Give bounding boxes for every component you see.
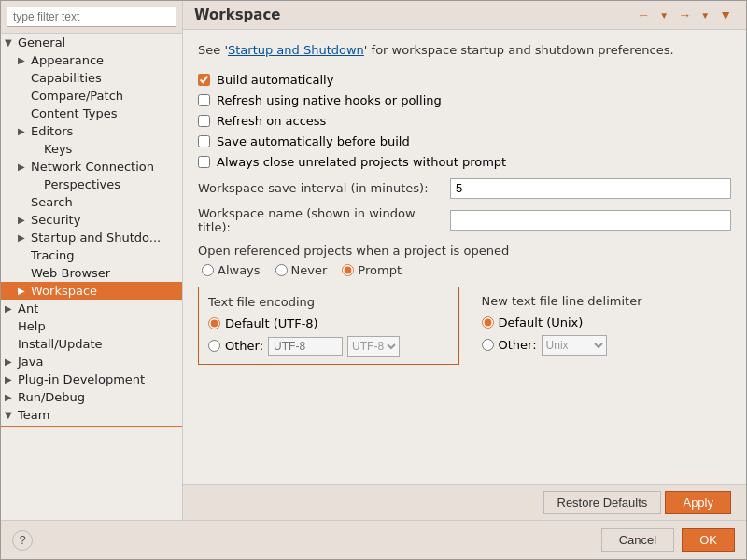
default-unix-radio[interactable] xyxy=(482,316,494,329)
back-button[interactable]: ← xyxy=(634,7,653,23)
dropdown-fwd-button[interactable]: ▼ xyxy=(698,9,712,21)
help-button[interactable]: ? xyxy=(12,530,33,551)
default-utf8-row: Default (UTF-8) xyxy=(208,316,449,330)
sidebar-item-install-update[interactable]: Install/Update xyxy=(1,335,182,353)
nav-buttons: ← ▼ → ▼ ▼ xyxy=(634,7,735,23)
encoding-select[interactable]: UTF-8 xyxy=(347,336,400,357)
close-unrelated-checkbox[interactable] xyxy=(198,156,210,168)
arrow-icon: ▼ xyxy=(5,410,18,420)
footer-right-buttons: Cancel OK xyxy=(601,528,735,552)
arrow-icon: ▶ xyxy=(18,215,31,225)
checkbox-refresh-access: Refresh on access xyxy=(198,114,731,128)
always-radio-label[interactable]: Always xyxy=(202,263,261,277)
preferences-dialog: ▼ General ▶ Appearance Capabilities Comp… xyxy=(0,0,747,560)
menu-button[interactable]: ▼ xyxy=(716,7,735,23)
startup-shutdown-link[interactable]: Startup and Shutdown xyxy=(228,43,364,57)
sidebar-item-label: Content Types xyxy=(31,106,178,120)
sidebar-item-keys[interactable]: Keys xyxy=(1,140,182,158)
apply-button[interactable]: Apply xyxy=(665,491,731,514)
sidebar-item-network-connection[interactable]: ▶ Network Connection xyxy=(1,158,182,175)
sidebar-item-web-browser[interactable]: Web Browser xyxy=(1,264,182,282)
arrow-icon: ▶ xyxy=(18,55,31,65)
forward-button[interactable]: → xyxy=(675,7,694,23)
restore-defaults-button[interactable]: Restore Defaults xyxy=(543,491,662,514)
filter-input[interactable] xyxy=(7,7,176,27)
arrow-icon: ▶ xyxy=(5,357,18,367)
other-line-delim-radio[interactable] xyxy=(482,339,494,351)
text-file-encoding-box: Text file encoding Default (UTF-8) Other… xyxy=(198,287,459,365)
sidebar-item-label: Ant xyxy=(18,301,178,315)
sidebar-item-label: Appearance xyxy=(31,53,178,67)
sidebar-item-label: Perspectives xyxy=(44,177,178,191)
never-radio-label[interactable]: Never xyxy=(275,263,328,277)
save-before-build-checkbox[interactable] xyxy=(198,135,210,147)
panel-body: See 'Startup and Shutdown' for workspace… xyxy=(183,30,746,484)
default-unix-row: Default (Unix) xyxy=(482,315,723,329)
refresh-native-checkbox[interactable] xyxy=(198,94,210,106)
default-utf8-radio[interactable] xyxy=(208,317,220,329)
sidebar-item-search[interactable]: Search xyxy=(1,193,182,211)
prompt-radio[interactable] xyxy=(342,264,354,276)
sidebar-item-java[interactable]: ▶ Java xyxy=(1,353,182,371)
other-line-delim-row: Other: Unix Windows Mac xyxy=(482,335,723,356)
sidebar-item-label: Run/Debug xyxy=(18,390,178,404)
sidebar-item-help[interactable]: Help xyxy=(1,317,182,335)
tree-container: ▼ General ▶ Appearance Capabilities Comp… xyxy=(1,34,182,520)
line-delimiter-box: New text file line delimiter Default (Un… xyxy=(472,287,732,365)
filter-wrap xyxy=(1,1,182,34)
sidebar-item-team[interactable]: ▼ Team xyxy=(1,406,182,424)
sidebar-item-workspace[interactable]: ▶ Workspace xyxy=(1,282,182,300)
other-encoding-radio[interactable] xyxy=(208,340,220,352)
always-radio[interactable] xyxy=(202,264,214,276)
right-panel: Workspace ← ▼ → ▼ ▼ See 'Startup and Shu… xyxy=(183,1,746,520)
dialog-footer: ? Cancel OK xyxy=(1,520,746,559)
refresh-access-checkbox[interactable] xyxy=(198,115,210,127)
refresh-native-label: Refresh using native hooks or polling xyxy=(217,93,442,107)
other-encoding-label: Other: xyxy=(225,339,263,353)
sidebar-item-label: Editors xyxy=(31,124,178,138)
other-encoding-input[interactable] xyxy=(268,337,343,356)
sidebar-item-label: General xyxy=(18,35,178,49)
sidebar-item-appearance[interactable]: ▶ Appearance xyxy=(1,51,182,69)
main-content: ▼ General ▶ Appearance Capabilities Comp… xyxy=(1,1,746,520)
cancel-button[interactable]: Cancel xyxy=(601,528,674,552)
sidebar-item-label: Security xyxy=(31,213,178,227)
workspace-name-input[interactable] xyxy=(450,210,731,231)
workspace-name-label: Workspace name (shown in window title): xyxy=(198,206,450,234)
sidebar-item-editors[interactable]: ▶ Editors xyxy=(1,122,182,140)
prompt-radio-label[interactable]: Prompt xyxy=(342,263,402,277)
sidebar-item-capabilities[interactable]: Capabilities xyxy=(1,69,182,87)
encoding-section: Text file encoding Default (UTF-8) Other… xyxy=(198,287,731,365)
sidebar-item-label: Workspace xyxy=(31,284,178,298)
open-projects-radios: Always Never Prompt xyxy=(202,263,731,277)
save-interval-row: Workspace save interval (in minutes): xyxy=(198,178,731,199)
build-auto-checkbox[interactable] xyxy=(198,74,210,86)
never-radio[interactable] xyxy=(275,264,288,276)
ok-button[interactable]: OK xyxy=(682,528,735,552)
sidebar-item-general[interactable]: ▼ General xyxy=(1,34,182,51)
panel-header: Workspace ← ▼ → ▼ ▼ xyxy=(183,1,746,30)
arrow-icon: ▶ xyxy=(5,303,18,314)
sidebar-item-startup-shutdown[interactable]: ▶ Startup and Shutdo... xyxy=(1,229,182,246)
workspace-name-row: Workspace name (shown in window title): xyxy=(198,206,731,234)
sidebar-item-label: Tracing xyxy=(31,248,178,262)
sidebar-item-security[interactable]: ▶ Security xyxy=(1,211,182,229)
sidebar-item-run-debug[interactable]: ▶ Run/Debug xyxy=(1,388,182,406)
sidebar-item-perspectives[interactable]: Perspectives xyxy=(1,175,182,193)
default-utf8-label: Default (UTF-8) xyxy=(225,316,318,330)
panel-title: Workspace xyxy=(194,7,281,23)
sidebar-item-content-types[interactable]: Content Types xyxy=(1,105,182,122)
sidebar-item-ant[interactable]: ▶ Ant xyxy=(1,300,182,317)
line-delim-select[interactable]: Unix Windows Mac xyxy=(542,335,607,356)
arrow-icon: ▶ xyxy=(18,286,31,296)
dropdown-back-button[interactable]: ▼ xyxy=(656,9,671,21)
save-interval-input[interactable] xyxy=(450,178,731,199)
sidebar-item-compare-patch[interactable]: Compare/Patch xyxy=(1,87,182,105)
checkbox-close-unrelated: Always close unrelated projects without … xyxy=(198,155,731,169)
sidebar-item-label: Compare/Patch xyxy=(31,89,178,103)
sidebar-item-label: Plug-in Development xyxy=(18,372,178,386)
sidebar-item-plugin-dev[interactable]: ▶ Plug-in Development xyxy=(1,371,182,388)
sidebar-item-tracing[interactable]: Tracing xyxy=(1,246,182,264)
restore-apply-bar: Restore Defaults Apply xyxy=(183,484,746,520)
refresh-access-label: Refresh on access xyxy=(217,114,326,128)
